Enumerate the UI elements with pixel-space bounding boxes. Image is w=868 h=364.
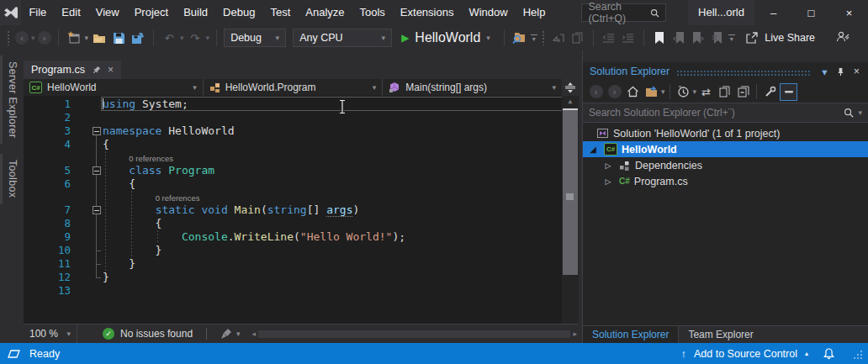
menu-item-project[interactable]: Project [127, 0, 176, 25]
maximize-button[interactable]: □ [792, 0, 830, 25]
increase-indent-icon[interactable] [620, 29, 637, 46]
code-editor[interactable]: 1using System;23namespace HelloWorld4{0 … [24, 96, 579, 324]
codelens-references[interactable]: 0 references [24, 191, 562, 203]
home-icon[interactable] [624, 83, 642, 101]
toolbox-tab[interactable]: Toolbox [0, 154, 24, 203]
save-button[interactable] [110, 29, 127, 46]
code-line-9[interactable]: 9 Console.WriteLine("Hello World!"); [24, 230, 562, 244]
code-line-13[interactable]: 13 [24, 284, 562, 298]
toolbar-drag-handle[interactable] [7, 30, 11, 45]
add-to-source-control-button[interactable]: Add to Source Control [694, 348, 797, 360]
split-window-handle[interactable] [562, 79, 579, 96]
line-number[interactable]: 2 [24, 111, 71, 124]
server-explorer-tab[interactable]: Server Explorer [0, 55, 24, 144]
tree-item-program-cs[interactable]: ▷C#Program.cs [583, 173, 868, 189]
collapse-all-button[interactable] [734, 83, 752, 101]
back-button[interactable]: ‹ [587, 83, 605, 101]
minimize-button[interactable]: – [754, 0, 792, 25]
menu-item-analyze[interactable]: Analyze [298, 0, 352, 25]
scroll-left-arrow[interactable]: ◂ [252, 330, 257, 338]
breadcrumb-member-dropdown[interactable]: Main(string[] args) ▾ [383, 79, 562, 96]
menu-item-window[interactable]: Window [461, 0, 515, 25]
code-line-6[interactable]: 6 { [24, 177, 562, 191]
toolbar-overflow-button[interactable]: ▾ [728, 34, 735, 41]
line-number[interactable]: 4 [24, 138, 71, 151]
menu-item-edit[interactable]: Edit [54, 0, 87, 25]
code-line-5[interactable]: 5 class Program [24, 164, 562, 177]
collapse-region-button[interactable] [93, 127, 101, 135]
scroll-right-arrow[interactable]: ▸ [573, 330, 577, 338]
collapse-arrow-icon[interactable]: ◢ [586, 145, 600, 154]
line-number[interactable]: 6 [24, 177, 71, 191]
code-cleanup-button[interactable]: ▾ [220, 328, 241, 340]
tree-item-helloworld[interactable]: ◢C#HelloWorld [583, 141, 868, 157]
menu-item-extensions[interactable]: Extensions [393, 0, 462, 25]
send-feedback-icon[interactable] [836, 30, 849, 46]
code-line-10[interactable]: 10 } [24, 244, 562, 257]
sync-with-active-document-button[interactable]: ⇄ [697, 83, 715, 101]
code-line-4[interactable]: 4{ [24, 138, 562, 151]
open-file-button[interactable] [91, 29, 108, 46]
undo-dropdown[interactable]: ▾ [180, 34, 184, 42]
properties-icon[interactable] [761, 83, 779, 101]
start-debugging-button[interactable]: ▶ HelloWorld ▾ [394, 28, 497, 48]
code-line-12[interactable]: 12} [24, 271, 562, 284]
navigate-forward-button[interactable]: › [38, 31, 51, 45]
code-line-8[interactable]: 8 { [24, 217, 562, 230]
tab-program-cs[interactable]: Program.cs × [24, 61, 121, 79]
notifications-bell-icon[interactable] [823, 347, 835, 360]
toolbar-overflow-button[interactable]: ▾ [531, 34, 537, 41]
line-number[interactable]: 8 [24, 217, 71, 230]
show-all-files-button[interactable] [780, 83, 797, 101]
line-number[interactable]: 3 [24, 124, 71, 138]
collapse-region-button[interactable] [93, 166, 101, 175]
line-number[interactable]: 12 [24, 271, 71, 284]
close-panel-icon[interactable]: × [849, 64, 865, 80]
horizontal-scrollbar-thumb[interactable] [258, 330, 570, 338]
menu-item-view[interactable]: View [88, 0, 127, 25]
pin-icon[interactable] [92, 66, 101, 75]
expand-arrow-icon[interactable]: ▷ [601, 177, 615, 186]
document-health-indicator[interactable]: ✓ No issues found [103, 328, 193, 340]
menu-item-file[interactable]: File [21, 0, 54, 25]
expand-arrow-icon[interactable]: ▷ [601, 161, 615, 170]
menu-item-tools[interactable]: Tools [352, 0, 393, 25]
codelens-references[interactable]: 0 references [24, 151, 562, 164]
resize-grip[interactable] [853, 350, 863, 360]
code-line-3[interactable]: 3namespace HelloWorld [24, 124, 562, 138]
solution-explorer-titlebar[interactable]: Solution Explorer ▾ × [583, 62, 868, 81]
menu-item-debug[interactable]: Debug [215, 0, 262, 25]
toolbar-drag-handle[interactable] [542, 30, 546, 45]
background-tasks-icon[interactable] [7, 348, 21, 360]
close-button[interactable]: × [830, 0, 868, 25]
line-number[interactable]: 13 [24, 284, 71, 298]
toggle-bookmark-button[interactable] [651, 29, 668, 46]
decrease-indent-icon[interactable] [601, 29, 617, 46]
solution-platform-select[interactable]: Any CPU ▾ [293, 29, 392, 47]
duplicate-lines-icon[interactable] [569, 29, 586, 46]
filter-dropdown[interactable]: ▾ [693, 87, 697, 96]
pending-changes-filter-button[interactable] [675, 83, 692, 101]
code-line-7[interactable]: 7 static void Main(string[] args) [24, 203, 562, 217]
breadcrumb-project-dropdown[interactable]: C# HelloWorld ▾ [24, 79, 204, 96]
code-line-11[interactable]: 11 } [24, 257, 562, 271]
window-position-dropdown[interactable]: ▾ [817, 64, 833, 80]
save-all-button[interactable] [130, 29, 146, 46]
new-project-button[interactable] [66, 29, 82, 46]
tab-team-explorer[interactable]: Team Explorer [679, 326, 762, 343]
previous-bookmark-button[interactable] [670, 29, 687, 46]
navigate-back-button[interactable]: ‹ [15, 31, 29, 45]
line-number[interactable]: 11 [24, 257, 71, 271]
line-number[interactable]: 10 [24, 244, 71, 257]
redo-dropdown[interactable]: ▾ [206, 34, 210, 42]
clear-bookmarks-button[interactable] [709, 29, 726, 46]
vertical-scrollbar-thumb[interactable] [563, 108, 578, 275]
breadcrumb-type-dropdown[interactable]: HelloWorld.Program ▾ [204, 79, 384, 96]
pin-icon[interactable] [833, 64, 849, 80]
close-tab-icon[interactable]: × [108, 64, 114, 76]
live-share-button[interactable]: Live Share [745, 32, 815, 45]
editor-vertical-scrollbar[interactable]: ▲ [562, 96, 579, 324]
new-project-dropdown[interactable]: ▾ [85, 34, 89, 42]
code-line-1[interactable]: 1using System; [24, 98, 562, 111]
find-in-files-button[interactable] [511, 29, 528, 46]
